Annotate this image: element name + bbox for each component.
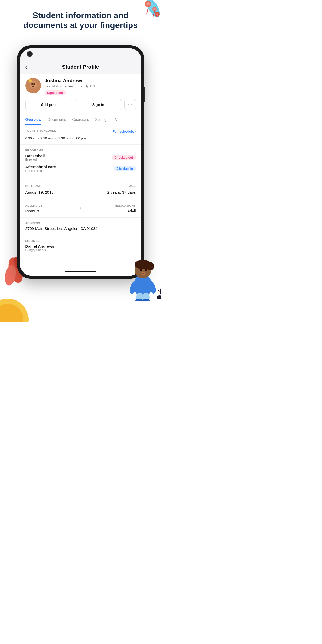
svg-point-5 (153, 8, 156, 10)
deco-bottom-sun (0, 288, 41, 322)
address-label: ADDRESS (25, 222, 136, 225)
back-button[interactable]: ‹ (25, 64, 27, 71)
programs-label: PROGRAMS (25, 149, 136, 152)
age-value: 2 years, 37 days (107, 190, 136, 194)
student-class: Beautiful Butterflies (45, 84, 74, 88)
tab-guardians[interactable]: Guardians (72, 115, 89, 125)
health-section: ALLERGIES Peanuts / MEDICATIONS Advil (20, 200, 141, 218)
program-sub-0: Enrolled (25, 158, 45, 162)
svg-marker-31 (157, 286, 159, 288)
birthday-value: August 19, 2018 (25, 190, 54, 194)
full-schedule-link[interactable]: Full schedule › (113, 130, 136, 134)
schedule-label: TODAY'S SCHEDULE (25, 129, 56, 132)
birthday-label: BIRTHDAY (25, 184, 41, 187)
action-buttons: Add post Sign in ··· (25, 99, 136, 111)
allergies-value: Peanuts (25, 209, 77, 213)
tab-documents[interactable]: Documents (48, 115, 66, 125)
program-status-1: Checked in (114, 166, 136, 171)
screen-title: Student Profile (62, 64, 99, 70)
schedule-time-2: 3:30 pm - 5:00 pm (58, 136, 86, 140)
student-family: Family 139 (79, 84, 95, 88)
phone-screen: ‹ Student Profile (20, 48, 141, 276)
phone-mockup: ‹ Student Profile (17, 45, 144, 279)
add-post-button[interactable]: Add post (25, 99, 72, 110)
profile-section: Joshua Andrews Beautiful Butterflies • F… (20, 74, 141, 115)
age-label: AGE (129, 184, 136, 187)
phone-outer: ‹ Student Profile (17, 45, 144, 279)
program-status-0: Checked out (112, 155, 136, 160)
schedule-dot (55, 138, 56, 139)
program-sub-1: Not enrolled (25, 169, 56, 173)
program-name-0: Basketball (25, 153, 45, 158)
more-button[interactable]: ··· (124, 99, 136, 110)
svg-point-13 (33, 83, 35, 85)
home-indicator (65, 271, 96, 272)
status-badge: Signed out (45, 90, 66, 95)
page-header: Student information and documents at you… (0, 10, 161, 30)
svg-point-11 (30, 81, 37, 88)
sibling-name-0: Daniel Andrews (25, 244, 136, 248)
program-name-1: Afterschool care (25, 165, 56, 169)
avatar (25, 78, 41, 93)
schedule-section: TODAY'S SCHEDULE Full schedule › 6:30 am… (20, 125, 141, 145)
svg-point-21 (145, 269, 147, 271)
sign-in-button[interactable]: Sign in (75, 99, 122, 110)
address-section: ADDRESS 2709 Main Street, Los Angeles, C… (20, 218, 141, 235)
app-content: ‹ Student Profile (20, 48, 141, 276)
student-name: Joshua Andrews (45, 78, 136, 83)
svg-point-3 (146, 2, 150, 5)
svg-point-20 (140, 269, 142, 271)
student-sub: Beautiful Butterflies • Family 139 (45, 84, 136, 88)
divider-line: / (80, 205, 82, 213)
program-row-0: Basketball Enrolled Checked out (25, 153, 136, 162)
address-value: 2709 Main Street, Los Angeles, CA 91034 (25, 226, 136, 231)
schedule-time-1: 6:30 am - 9:30 am (25, 136, 53, 140)
medications-value: Advil (84, 209, 136, 213)
program-row-1: Afterschool care Not enrolled Checked in (25, 165, 136, 173)
tab-settings[interactable]: Settings (95, 115, 108, 125)
page-title: Student information and documents at you… (10, 10, 151, 30)
character-illustration (122, 249, 161, 301)
schedule-times: 6:30 am - 9:30 am 3:30 pm - 5:00 pm (25, 136, 136, 140)
svg-point-12 (31, 83, 33, 85)
birthday-section: BIRTHDAY AGE August 19, 2018 2 years, 37… (20, 180, 141, 200)
profile-info: Joshua Andrews Beautiful Butterflies • F… (45, 78, 136, 95)
svg-point-15 (30, 79, 31, 81)
profile-row: Joshua Andrews Beautiful Butterflies • F… (25, 78, 136, 95)
tabs-row: Overview Documents Guardians Settings A (20, 115, 141, 125)
siblings-label: SIBLINGS (25, 239, 136, 242)
phone-camera (27, 51, 33, 57)
top-bar: ‹ Student Profile (20, 48, 141, 74)
medications-label: MEDICATIONS (84, 204, 136, 207)
svg-point-33 (158, 290, 159, 291)
allergies-label: ALLERGIES (25, 204, 77, 207)
programs-section: PROGRAMS Basketball Enrolled Checked out… (20, 145, 141, 180)
schedule-header-row: TODAY'S SCHEDULE Full schedule › (25, 129, 136, 134)
tab-overview[interactable]: Overview (25, 115, 41, 125)
tab-more[interactable]: A (115, 115, 117, 125)
svg-point-37 (159, 291, 160, 292)
svg-point-19 (135, 260, 151, 269)
sibling-class-0: Hungry Sharks (25, 248, 136, 252)
